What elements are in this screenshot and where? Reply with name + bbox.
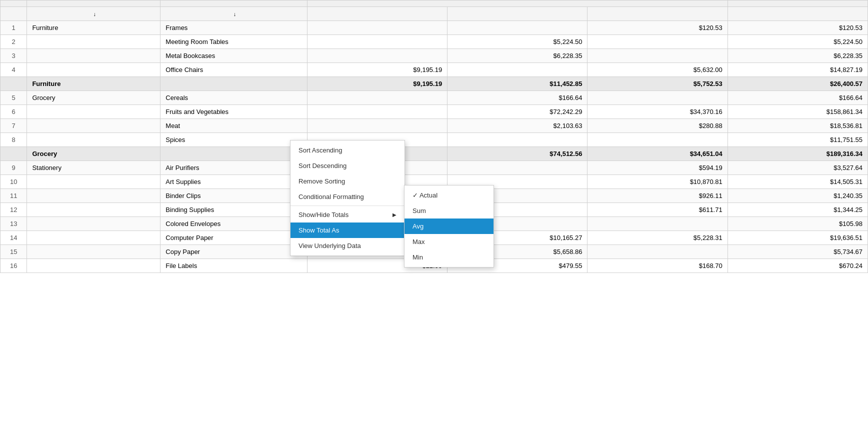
table-row: 5GroceryCereals$166.64$166.64 (0, 91, 868, 105)
product-cell: Air Purifiers (160, 161, 308, 175)
submenu-sum[interactable]: Sum (404, 203, 494, 218)
category-cell (27, 203, 160, 217)
menu-sort-asc[interactable]: Sort Ascending (290, 142, 404, 158)
west-cell (588, 91, 728, 105)
total-sales-cell: $105.98 (728, 217, 868, 231)
total-sales-cell: $3,527.64 (728, 161, 868, 175)
product-cell: Binder Clips (160, 189, 308, 203)
category-cell (27, 133, 160, 147)
menu-show-hide-totals[interactable]: Show/Hide Totals ▶ (290, 207, 404, 222)
row-number: 10 (0, 175, 27, 189)
submenu-max[interactable]: Max (404, 234, 494, 250)
product-cell: Copy Paper (160, 245, 308, 259)
show-total-as-submenu: Actual Sum Avg Max Min (404, 185, 494, 268)
row-number: 11 (0, 189, 27, 203)
row-number: 7 (0, 119, 27, 133)
category-cell (27, 245, 160, 259)
west-cell: $120.53 (588, 21, 728, 35)
total-sales-cell: $158,861.34 (728, 105, 868, 119)
table-row: 7Meat$2,103.63$280.88$18,536.81 (0, 119, 868, 133)
row-number: 9 (0, 161, 27, 175)
product-sort-icon: ↓ (234, 11, 236, 17)
subtotal-row: Grocery$74,512.56$34,651.04$189,316.34 (0, 147, 868, 161)
category-cell (27, 217, 160, 231)
total-sales-cell: $166.64 (728, 91, 868, 105)
west-cell: $594.19 (588, 161, 728, 175)
menu-sort-desc[interactable]: Sort Descending (290, 158, 404, 174)
group-header-row (0, 0, 868, 7)
total-sales-cell: $19,636.51 (728, 231, 868, 245)
category-cell (27, 49, 160, 63)
west-cell (588, 133, 728, 147)
total-sales-cell: $670.24 (728, 259, 868, 273)
west-cell: $926.11 (588, 189, 728, 203)
category-cell (27, 63, 160, 77)
menu-remove-sort[interactable]: Remove Sorting (290, 174, 404, 189)
total-sales-cell: $1,240.35 (728, 189, 868, 203)
east-cell: $72,242.29 (448, 105, 588, 119)
total-sales-cell: $6,228.35 (728, 49, 868, 63)
central-cell (307, 21, 447, 35)
east-cell (448, 63, 588, 77)
product-header[interactable]: ↓ (160, 7, 308, 21)
row-num-header (0, 7, 27, 21)
category-header[interactable]: ↓ (27, 7, 160, 21)
row-number: 14 (0, 231, 27, 245)
table-row: 1FurnitureFrames$120.53$120.53 (0, 21, 868, 35)
total-sales-header (728, 7, 868, 21)
central-cell (307, 91, 447, 105)
east-cell (448, 161, 588, 175)
product-cell: Cereals (160, 91, 308, 105)
east-cell: $166.64 (448, 91, 588, 105)
submenu-avg[interactable]: Avg (404, 218, 494, 234)
summary-header (728, 0, 868, 7)
row-number: 3 (0, 49, 27, 63)
central-header (307, 7, 447, 21)
west-cell: $280.88 (588, 119, 728, 133)
west-cell: $611.71 (588, 203, 728, 217)
menu-divider-1 (290, 206, 404, 206)
product-cell: Colored Envelopes (160, 217, 308, 231)
central-cell (307, 119, 447, 133)
west-cell (588, 245, 728, 259)
east-cell (448, 21, 588, 35)
product-cell: Spices (160, 133, 308, 147)
west-cell: $168.70 (588, 259, 728, 273)
product-cell: Office Chairs (160, 63, 308, 77)
west-cell: $34,370.16 (588, 105, 728, 119)
total-sales-cell: $5,224.50 (728, 35, 868, 49)
row-number: 5 (0, 91, 27, 105)
product-cell: Binding Supplies (160, 203, 308, 217)
central-cell (307, 105, 447, 119)
category-cell (27, 231, 160, 245)
total-sales-cell: $1,344.25 (728, 203, 868, 217)
menu-view-underlying[interactable]: View Underlying Data (290, 238, 404, 254)
row-number: 12 (0, 203, 27, 217)
menu-show-total-as[interactable]: Show Total As (290, 222, 404, 238)
product-cell: Computer Paper (160, 231, 308, 245)
row-number: 6 (0, 105, 27, 119)
submenu-actual[interactable]: Actual (404, 188, 494, 203)
table-row: 3Metal Bookcases$6,228.35$6,228.35 (0, 49, 868, 63)
category-cell (27, 175, 160, 189)
category-cell (27, 35, 160, 49)
menu-cond-format[interactable]: Conditional Formatting (290, 189, 404, 204)
category-cell (27, 119, 160, 133)
category-cell (27, 259, 160, 273)
main-container: ↓ ↓ 1FurnitureFrames$120.53$120.532Meeti… (0, 0, 868, 273)
east-cell: $2,103.63 (448, 119, 588, 133)
category-cell: Stationery (27, 161, 160, 175)
row-number: 1 (0, 21, 27, 35)
product-cell: Metal Bookcases (160, 49, 308, 63)
context-menu: Sort Ascending Sort Descending Remove So… (290, 140, 405, 256)
east-header (448, 7, 588, 21)
table-row: 9StationeryAir Purifiers$594.19$3,527.64 (0, 161, 868, 175)
subtotal-row: Furniture$9,195.19$11,452.85$5,752.53$26… (0, 77, 868, 91)
row-number: 15 (0, 245, 27, 259)
west-cell: $10,870.81 (588, 175, 728, 189)
table-row: 2Meeting Room Tables$5,224.50$5,224.50 (0, 35, 868, 49)
table-row: 6Fruits and Vegetables$72,242.29$34,370.… (0, 105, 868, 119)
row-number: 13 (0, 217, 27, 231)
west-cell (588, 217, 728, 231)
submenu-min[interactable]: Min (404, 250, 494, 265)
